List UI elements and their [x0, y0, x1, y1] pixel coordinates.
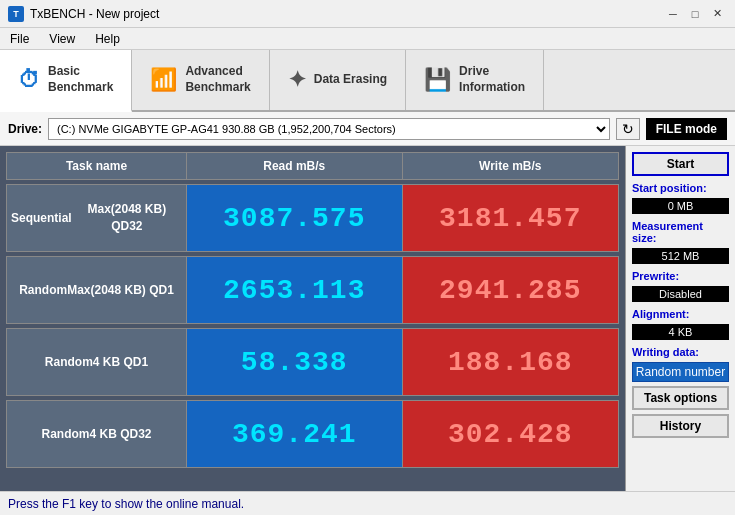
- tab-erasing-line1: Data Erasing: [314, 72, 387, 88]
- row-4-read: 369.241: [187, 401, 403, 467]
- row-1-write: 3181.457: [403, 185, 619, 251]
- tab-advanced-line1: Advanced: [185, 64, 250, 80]
- minimize-button[interactable]: ─: [663, 5, 683, 23]
- tab-basic-line2: Benchmark: [48, 80, 113, 96]
- titlebar-left: T TxBENCH - New project: [8, 6, 159, 22]
- menu-help[interactable]: Help: [91, 31, 124, 47]
- writing-data-button[interactable]: Random number: [632, 362, 729, 382]
- restore-button[interactable]: □: [685, 5, 705, 23]
- tab-drive-line2: Information: [459, 80, 525, 96]
- row-2-write: 2941.285: [403, 257, 619, 323]
- row-1-read: 3087.575: [187, 185, 403, 251]
- prewrite-value: Disabled: [632, 286, 729, 302]
- header-read: Read mB/s: [187, 153, 403, 179]
- tab-drive-line1: Drive: [459, 64, 525, 80]
- bar-chart-icon: 📶: [150, 67, 177, 93]
- titlebar: T TxBENCH - New project ─ □ ✕: [0, 0, 735, 28]
- row-1-label: Sequential Max(2048 KB) QD32: [7, 185, 187, 251]
- menu-view[interactable]: View: [45, 31, 79, 47]
- menubar: File View Help: [0, 28, 735, 50]
- titlebar-controls: ─ □ ✕: [663, 5, 727, 23]
- header-task: Task name: [7, 153, 187, 179]
- menu-file[interactable]: File: [6, 31, 33, 47]
- tab-advanced-benchmark[interactable]: 📶 Advanced Benchmark: [132, 50, 269, 110]
- task-options-button[interactable]: Task options: [632, 386, 729, 410]
- file-mode-button[interactable]: FILE mode: [646, 118, 727, 140]
- toolbar: ⏱ Basic Benchmark 📶 Advanced Benchmark ✦…: [0, 50, 735, 112]
- main-area: Task name Read mB/s Write mB/s Sequentia…: [0, 146, 735, 491]
- measurement-size-label: Measurement size:: [632, 220, 729, 244]
- history-button[interactable]: History: [632, 414, 729, 438]
- app-title: TxBENCH - New project: [30, 7, 159, 21]
- status-text: Press the F1 key to show the online manu…: [8, 497, 244, 511]
- drive-icon: 💾: [424, 67, 451, 93]
- table-row: Random 4 KB QD1 58.338 188.168: [6, 328, 619, 396]
- tab-advanced-line2: Benchmark: [185, 80, 250, 96]
- table-row: Sequential Max(2048 KB) QD32 3087.575 31…: [6, 184, 619, 252]
- alignment-value: 4 KB: [632, 324, 729, 340]
- tab-data-erasing[interactable]: ✦ Data Erasing: [270, 50, 406, 110]
- start-position-value: 0 MB: [632, 198, 729, 214]
- prewrite-label: Prewrite:: [632, 270, 729, 282]
- tab-basic-line1: Basic: [48, 64, 113, 80]
- row-3-read: 58.338: [187, 329, 403, 395]
- row-4-write: 302.428: [403, 401, 619, 467]
- app-icon: T: [8, 6, 24, 22]
- benchmark-area: Task name Read mB/s Write mB/s Sequentia…: [0, 146, 625, 491]
- row-2-label: Random Max(2048 KB) QD1: [7, 257, 187, 323]
- drive-bar: Drive: (C:) NVMe GIGABYTE GP-AG41 930.88…: [0, 112, 735, 146]
- close-button[interactable]: ✕: [707, 5, 727, 23]
- clock-icon: ⏱: [18, 67, 40, 93]
- right-panel: Start Start position: 0 MB Measurement s…: [625, 146, 735, 491]
- writing-data-label: Writing data:: [632, 346, 729, 358]
- table-row: Random Max(2048 KB) QD1 2653.113 2941.28…: [6, 256, 619, 324]
- tab-basic-benchmark[interactable]: ⏱ Basic Benchmark: [0, 50, 132, 112]
- measurement-size-value: 512 MB: [632, 248, 729, 264]
- refresh-button[interactable]: ↻: [616, 118, 640, 140]
- statusbar: Press the F1 key to show the online manu…: [0, 491, 735, 515]
- table-row: Random 4 KB QD32 369.241 302.428: [6, 400, 619, 468]
- row-2-read: 2653.113: [187, 257, 403, 323]
- header-write: Write mB/s: [403, 153, 619, 179]
- erase-icon: ✦: [288, 67, 306, 93]
- alignment-label: Alignment:: [632, 308, 729, 320]
- start-button[interactable]: Start: [632, 152, 729, 176]
- row-3-label: Random 4 KB QD1: [7, 329, 187, 395]
- start-position-label: Start position:: [632, 182, 729, 194]
- row-3-write: 188.168: [403, 329, 619, 395]
- drive-select[interactable]: (C:) NVMe GIGABYTE GP-AG41 930.88 GB (1,…: [48, 118, 610, 140]
- row-4-label: Random 4 KB QD32: [7, 401, 187, 467]
- drive-label: Drive:: [8, 122, 42, 136]
- tab-drive-info[interactable]: 💾 Drive Information: [406, 50, 544, 110]
- table-header: Task name Read mB/s Write mB/s: [6, 152, 619, 180]
